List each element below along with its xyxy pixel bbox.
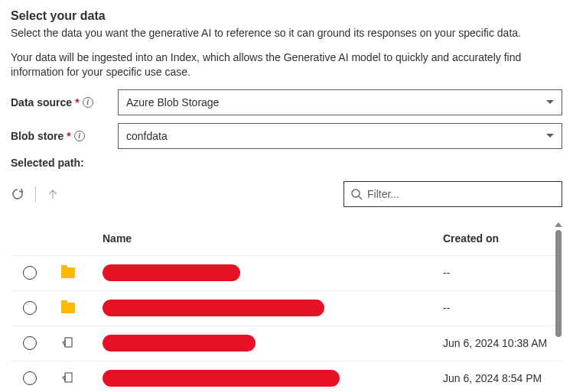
table-row[interactable]: Jun 6, 2024 10:38 AM bbox=[11, 326, 562, 361]
redacted-name bbox=[103, 335, 256, 352]
col-created-header[interactable]: Created on bbox=[443, 232, 550, 245]
svg-line-1 bbox=[359, 196, 362, 199]
folder-icon bbox=[61, 267, 75, 278]
info-icon[interactable]: i bbox=[83, 97, 93, 108]
page-desc-1: Select the data you want the generative … bbox=[11, 26, 562, 41]
created-cell: Jun 6, 2024 10:38 AM bbox=[443, 337, 550, 349]
file-icon bbox=[49, 371, 87, 385]
row-radio[interactable] bbox=[23, 266, 37, 280]
redacted-name bbox=[103, 264, 240, 281]
required-asterisk: * bbox=[67, 130, 70, 142]
table-header: Name Created on bbox=[11, 222, 562, 256]
blob-store-value: confdata bbox=[126, 130, 168, 142]
row-radio[interactable] bbox=[23, 301, 37, 315]
refresh-button[interactable] bbox=[11, 187, 24, 201]
arrow-up-icon bbox=[47, 188, 59, 200]
blob-store-label: Blob store * i bbox=[11, 130, 118, 142]
search-icon bbox=[350, 188, 363, 200]
redacted-name bbox=[103, 370, 340, 387]
row-radio[interactable] bbox=[23, 336, 37, 350]
file-icon bbox=[49, 336, 87, 350]
page-desc-2: Your data will be ingested into an Index… bbox=[11, 50, 562, 80]
data-source-label: Data source * i bbox=[11, 96, 118, 109]
col-name-header[interactable]: Name bbox=[87, 232, 443, 245]
scrollbar-thumb[interactable] bbox=[555, 230, 562, 337]
created-cell: -- bbox=[443, 267, 550, 279]
scroll-up-icon bbox=[555, 222, 562, 227]
required-asterisk: * bbox=[75, 96, 79, 109]
data-source-select[interactable]: Azure Blob Storage bbox=[118, 89, 562, 115]
filter-box[interactable] bbox=[343, 181, 562, 207]
selected-path-label: Selected path: bbox=[11, 157, 562, 169]
refresh-icon bbox=[11, 187, 24, 201]
folder-icon bbox=[61, 303, 75, 313]
created-cell: Jun 6, 2024 8:54 PM bbox=[443, 372, 550, 384]
toolbar bbox=[11, 181, 562, 207]
data-source-row: Data source * i Azure Blob Storage bbox=[11, 89, 562, 115]
svg-point-0 bbox=[352, 190, 360, 197]
blob-store-row: Blob store * i confdata bbox=[11, 123, 562, 149]
chevron-down-icon bbox=[546, 134, 554, 138]
info-icon[interactable]: i bbox=[74, 131, 85, 141]
created-cell: -- bbox=[443, 302, 550, 314]
filter-input[interactable] bbox=[367, 188, 555, 200]
table-row[interactable]: Jun 6, 2024 8:54 PM bbox=[11, 361, 562, 392]
toolbar-divider bbox=[35, 186, 36, 202]
chevron-down-icon bbox=[546, 100, 554, 104]
table-row[interactable]: -- bbox=[11, 256, 562, 291]
page-title: Select your data bbox=[11, 9, 562, 23]
redacted-name bbox=[103, 300, 324, 316]
table-row[interactable]: -- bbox=[11, 291, 562, 326]
data-source-value: Azure Blob Storage bbox=[126, 96, 219, 109]
up-button[interactable] bbox=[47, 188, 59, 200]
blob-store-select[interactable]: confdata bbox=[118, 123, 562, 149]
scrollbar[interactable] bbox=[555, 222, 562, 392]
svg-rect-2 bbox=[65, 338, 72, 347]
file-table: Name Created on -- -- Jun 6, 2024 10:38 … bbox=[11, 222, 562, 392]
row-radio[interactable] bbox=[23, 371, 37, 385]
svg-rect-3 bbox=[65, 373, 72, 382]
